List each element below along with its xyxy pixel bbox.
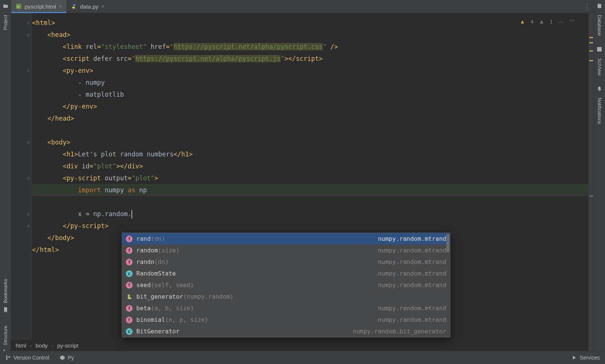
code-line[interactable]: </py-script>: [32, 220, 594, 232]
code-line[interactable]: <div id="plot"></div>: [32, 160, 594, 172]
services-button[interactable]: Services: [571, 355, 600, 361]
completion-item[interactable]: fbinomial(n, p, size)numpy.random.mtrand: [122, 314, 450, 326]
close-icon[interactable]: ×: [59, 3, 62, 9]
completion-name: seed: [136, 281, 151, 289]
svg-text:H: H: [17, 5, 19, 9]
code-line[interactable]: import numpy as np: [32, 184, 594, 196]
tab-label: pyscript.html: [25, 3, 56, 10]
completion-item[interactable]: 🐍bit_generator (numpy.random): [122, 291, 450, 302]
completion-hint: numpy.random.bit_generator: [353, 328, 446, 335]
completion-params: (size): [158, 247, 180, 254]
warning-marker[interactable]: [589, 60, 593, 61]
folder-icon: [3, 3, 9, 9]
completion-name: random: [136, 247, 158, 254]
version-control-button[interactable]: Version Control: [5, 355, 49, 361]
sciview-label: SciView: [597, 58, 602, 75]
left-tool-rail: Project Bookmarks Structure: [0, 0, 11, 364]
completion-item[interactable]: frandom(size)numpy.random.mtrand: [122, 245, 450, 256]
tabs-menu-icon[interactable]: ⋮: [584, 3, 591, 10]
completion-item[interactable]: cBitGeneratornumpy.random.bit_generator: [122, 326, 450, 337]
fold-toggle-icon[interactable]: ⊟: [26, 32, 31, 37]
completion-item[interactable]: cRandomStatenumpy.random.mtrand: [122, 268, 450, 279]
code-line[interactable]: </py-env>: [32, 100, 594, 112]
warning-marker[interactable]: [589, 42, 593, 43]
completion-params: (n, p, size): [165, 316, 208, 323]
completion-item[interactable]: frandn(dn)numpy.random.mtrand: [122, 256, 450, 268]
code-line[interactable]: <h1>Let's plot random numbers</h1>: [32, 148, 594, 160]
completion-kind-icon: c: [126, 270, 133, 277]
completion-params: (self, seed): [151, 281, 194, 289]
bell-icon: [597, 86, 603, 92]
fold-toggle-icon[interactable]: ⊟: [26, 21, 31, 25]
completion-kind-icon: f: [126, 305, 133, 312]
database-icon: [597, 3, 603, 9]
completion-item[interactable]: fseed(self, seed)numpy.random.mtrand: [122, 279, 450, 291]
sciview-icon: [597, 46, 603, 52]
weak-warning-count: 1: [550, 18, 553, 25]
code-line[interactable]: [32, 196, 594, 208]
breadcrumbs[interactable]: html › body › py-script: [11, 340, 78, 351]
gutter: ⊟⊟⊟⊟⊟⊟⊟: [11, 13, 32, 351]
warning-marker[interactable]: [589, 50, 593, 52]
editor-scrollbar[interactable]: [589, 13, 594, 351]
prev-highlight-icon[interactable]: ︿: [558, 18, 564, 25]
fold-toggle-icon[interactable]: ⊟: [26, 140, 31, 144]
code-line[interactable]: [32, 124, 594, 136]
notifications-label: Notifications: [597, 98, 602, 124]
notifications-tool[interactable]: Notifications: [597, 86, 603, 128]
branch-icon: [5, 355, 10, 360]
python-packages-button[interactable]: Py: [60, 355, 74, 361]
cursor-marker: [589, 196, 593, 197]
svg-rect-4: [597, 47, 602, 52]
chevron-right-icon: ›: [30, 342, 32, 349]
crumb[interactable]: html: [16, 342, 26, 349]
code-line[interactable]: <link rel="stylesheet" href="https://pys…: [32, 41, 594, 53]
completion-hint: numpy.random.mtrand: [378, 258, 446, 265]
bookmarks-label: Bookmarks: [3, 279, 8, 303]
warning-marker[interactable]: [589, 37, 593, 38]
tab-pyscript-html[interactable]: H pyscript.html ×: [11, 0, 66, 13]
completion-hint: numpy.random.mtrand: [378, 270, 446, 277]
completion-kind-icon: f: [126, 317, 133, 323]
crumb[interactable]: body: [35, 342, 48, 349]
sciview-tool[interactable]: SciView: [597, 46, 603, 79]
fold-toggle-icon[interactable]: ⊟: [26, 176, 31, 180]
next-highlight-icon[interactable]: ﹀: [569, 18, 575, 25]
structure-label: Structure: [3, 326, 8, 345]
code-line[interactable]: <head>: [32, 29, 594, 41]
inspection-widget[interactable]: ▲ 4 ▲ 1 ︿ ﹀: [520, 18, 575, 25]
fold-toggle-icon[interactable]: ⊟: [26, 212, 31, 216]
project-label: Project: [3, 15, 8, 30]
bookmarks-tool[interactable]: Bookmarks: [3, 275, 9, 315]
code-line[interactable]: <py-env>: [32, 65, 594, 77]
code-line[interactable]: <py-script output="plot">: [32, 172, 594, 184]
fold-toggle-icon[interactable]: ⊟: [26, 224, 31, 228]
completion-name: beta: [136, 305, 151, 312]
completion-item[interactable]: fbeta(a, b, size)numpy.random.mtrand: [122, 302, 450, 314]
project-tool[interactable]: Project: [3, 3, 9, 34]
python-packages-label: Py: [68, 355, 74, 361]
database-label: Database: [597, 15, 602, 36]
chevron-right-icon: ›: [52, 342, 53, 349]
code-line[interactable]: x = np.random.: [32, 208, 594, 220]
code-completion-popup[interactable]: frand(dn)numpy.random.mtrandfrandom(size…: [122, 233, 450, 337]
completion-params: (dn): [154, 258, 169, 265]
code-line[interactable]: <html>: [32, 17, 594, 29]
bookmark-icon: [3, 307, 9, 313]
fold-toggle-icon[interactable]: ⊟: [26, 68, 31, 73]
completion-item[interactable]: frand(dn)numpy.random.mtrand: [122, 233, 450, 245]
completion-name: randn: [136, 258, 154, 265]
completion-params: (a, b, size): [151, 305, 194, 312]
tab-data-py[interactable]: data.py ×: [66, 0, 109, 13]
crumb[interactable]: py-script: [57, 342, 78, 349]
completion-params: (numpy.random): [183, 293, 233, 300]
completion-scrollbar[interactable]: [446, 234, 449, 252]
code-line[interactable]: - numpy: [32, 77, 594, 88]
close-icon[interactable]: ×: [102, 3, 105, 9]
code-line[interactable]: </head>: [32, 112, 594, 124]
code-line[interactable]: - matplotlib: [32, 88, 594, 100]
completion-kind-icon: 🐍: [126, 293, 133, 300]
database-tool[interactable]: Database: [597, 3, 603, 40]
code-line[interactable]: <script defer src="https://pyscript.net/…: [32, 53, 594, 65]
code-line[interactable]: <body>: [32, 136, 594, 148]
